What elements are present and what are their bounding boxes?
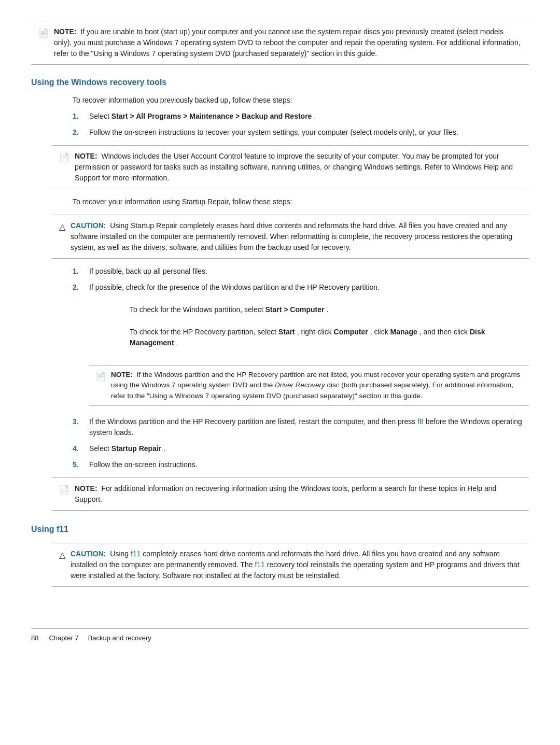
note-2-text: NOTE: For additional information on reco… <box>75 483 522 505</box>
step-num-2: 2. <box>73 127 82 138</box>
steps-list-1: 1. Select Start > All Programs > Mainten… <box>73 111 529 138</box>
sub-2-bold-disk: Disk Management <box>130 328 485 347</box>
step-2-3: 3. If the Windows partition and the HP R… <box>73 416 529 438</box>
section2-heading: Using f11 <box>31 523 529 536</box>
note-2-content: For additional information on recovering… <box>75 484 496 503</box>
caution-1-content: Using Startup Repair completely erases h… <box>71 221 512 251</box>
step-1-1-bold: Start > All Programs > Maintenance > Bac… <box>111 112 312 120</box>
caution-2-text: CAUTION: Using f11 completely erases har… <box>71 549 522 581</box>
inner-note-icon: 📄 <box>95 370 106 383</box>
step-2-2-sub-1-bold: Start > Computer <box>265 305 324 314</box>
step-2-2-sub-2: To check for the HP Recovery partition, … <box>130 327 529 348</box>
footer: 88 Chapter 7 Backup and recovery <box>31 628 529 643</box>
note-1-text: NOTE: Windows includes the User Account … <box>75 151 522 184</box>
note-1-label: NOTE: <box>75 152 97 160</box>
caution-box-2: △ CAUTION: Using f11 completely erases h… <box>52 543 529 587</box>
top-note-box: 📄 NOTE: If you are unable to boot (start… <box>31 21 529 65</box>
note-2-label: NOTE: <box>75 484 97 493</box>
step-1-2-text: Follow the on-screen instructions to rec… <box>89 127 458 138</box>
step-2-1: 1. If possible, back up all personal fil… <box>73 266 529 277</box>
footer-chapter-num: Chapter 7 <box>49 634 78 642</box>
step-1-2: 2. Follow the on-screen instructions to … <box>73 127 529 138</box>
caution-2-link2: f11 <box>255 560 264 569</box>
section1-intro: To recover information you previously ba… <box>73 95 529 106</box>
section1-heading: Using the Windows recovery tools <box>31 76 529 89</box>
sub-2-bold-start: Start <box>278 328 295 336</box>
sub-2-bold-manage: Manage <box>390 328 417 336</box>
step-1-1: 1. Select Start > All Programs > Mainten… <box>73 111 529 122</box>
step-num-1: 1. <box>73 111 82 122</box>
inner-note-box: 📄 NOTE: If the Windows partition and the… <box>89 365 529 406</box>
step-2-num-2: 2. <box>73 282 82 293</box>
footer-page-num: 88 <box>31 633 38 643</box>
caution-icon-1: △ <box>59 221 65 233</box>
caution-box-1: △ CAUTION: Using Startup Repair complete… <box>52 215 529 259</box>
step-2-5: 5. Follow the on-screen instructions. <box>73 459 529 470</box>
section-f11: Using f11 △ CAUTION: Using f11 completel… <box>31 523 529 587</box>
step-2-5-text: Follow the on-screen instructions. <box>89 459 198 470</box>
caution-1-label: CAUTION: <box>71 221 106 230</box>
steps-list-2: 1. If possible, back up all personal fil… <box>73 266 529 470</box>
note-icon-2: 📄 <box>59 484 69 496</box>
note-box-2: 📄 NOTE: For additional information on re… <box>52 477 529 511</box>
note-1-content: Windows includes the User Account Contro… <box>75 152 513 182</box>
note-icon-1: 📄 <box>59 151 69 164</box>
step-2-num-4: 4. <box>73 443 82 454</box>
inner-note-label: NOTE: <box>111 371 133 378</box>
step-2-num-3: 3. <box>73 416 82 438</box>
sub-2-bold-computer: Computer <box>334 328 368 336</box>
inner-note-italic: Driver Recovery <box>275 381 325 389</box>
step-2-1-text: If possible, back up all personal files. <box>89 266 207 277</box>
startup-intro: To recover your information using Startu… <box>73 196 529 207</box>
step-2-4-text: Select Startup Repair. <box>89 443 165 454</box>
step-2-2: 2. If possible, check for the presence o… <box>73 282 529 411</box>
step-2-4-bold: Startup Repair <box>111 444 161 453</box>
step-2-3-link: f8 <box>417 417 424 426</box>
note-icon: 📄 <box>38 27 49 39</box>
footer-chapter: Chapter 7 Backup and recovery <box>49 633 151 643</box>
note-box-1: 📄 NOTE: Windows includes the User Accoun… <box>52 145 529 189</box>
step-2-num-1: 1. <box>73 266 82 277</box>
top-note-text: NOTE: If you are unable to boot (start u… <box>54 26 522 59</box>
step-2-num-5: 5. <box>73 459 82 470</box>
caution-2-label: CAUTION: <box>71 550 106 558</box>
caution-1-text: CAUTION: Using Startup Repair completely… <box>71 220 522 253</box>
caution-icon-2: △ <box>59 549 65 561</box>
footer-chapter-title: Backup and recovery <box>88 634 151 642</box>
step-2-4: 4. Select Startup Repair. <box>73 443 529 454</box>
step-2-2-sub-1: To check for the Windows partition, sele… <box>130 304 529 315</box>
inner-note-text: NOTE: If the Windows partition and the H… <box>111 370 523 401</box>
inner-note-content: If the Windows partition and the HP Reco… <box>111 371 520 400</box>
step-1-1-text: Select Start > All Programs > Maintenanc… <box>89 111 316 122</box>
section-windows-recovery: Using the Windows recovery tools To reco… <box>31 76 529 511</box>
step-2-2-text: If possible, check for the presence of t… <box>89 282 380 293</box>
step-2-3-text: If the Windows partition and the HP Reco… <box>89 416 529 438</box>
top-note-label: NOTE: <box>54 27 77 36</box>
top-note-content: If you are unable to boot (start up) you… <box>54 27 521 58</box>
caution-2-link1: f11 <box>131 550 141 558</box>
